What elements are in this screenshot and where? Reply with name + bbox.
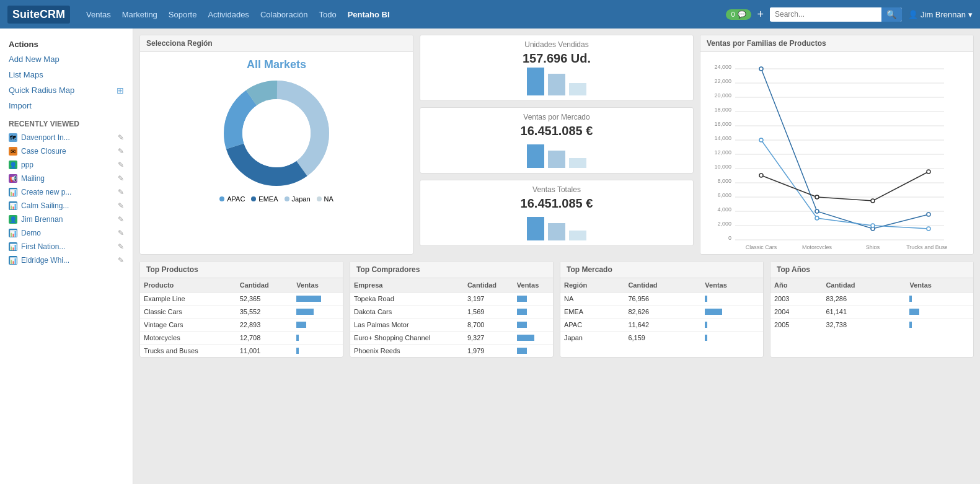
donut-legend: APAC EMEA Japan NA [219,195,333,203]
cell-cantidad: 35,552 [236,306,293,319]
user-menu[interactable]: 👤 Jim Brennan ▾ [908,10,973,19]
nav-soporte[interactable]: Soporte [169,10,197,19]
line-chart-body: 0 2,000 4,000 6,000 8,000 10,000 12,000 … [700,52,973,254]
edit-icon[interactable]: ✎ [118,133,124,142]
bar-visual [296,322,306,328]
cell-name: 2004 [770,306,822,319]
edit-icon[interactable]: ✎ [118,147,124,156]
svg-point-47 [927,170,930,174]
line-chart-header: Ventas por Familias de Productos [700,35,973,52]
bottom-tables: Top Productos Producto Cantidad Ventas E… [139,261,974,358]
nav-ventas[interactable]: Ventas [86,10,111,19]
col-cantidad: Cantidad [464,278,513,293]
recent-calm-sailing[interactable]: 📊 Calm Sailing... ✎ [0,199,133,213]
report-icon: 📊 [9,188,17,196]
legend-apac-dot [219,196,224,201]
svg-text:6,000: 6,000 [717,192,731,198]
search-button[interactable]: 🔍 [881,7,902,22]
top-anos-panel: Top Años Año Cantidad Ventas 200383,2862… [770,261,974,358]
notification-badge[interactable]: 0 💬 [726,9,751,20]
table-row: EMEA82,626 [560,306,763,319]
cell-bar [293,293,343,306]
svg-text:Classic Cars: Classic Cars [746,244,777,249]
col-cantidad: Cantidad [624,278,701,293]
cell-name: Motorcycles [140,332,236,345]
table-row: Example Line52,365 [140,293,343,306]
bar-visual [909,296,912,302]
top-anos-header: Top Años [770,262,973,278]
legend-emea-label: EMEA [258,195,278,203]
nav-actividades[interactable]: Actividades [208,10,249,19]
svg-text:24,000: 24,000 [714,64,731,70]
edit-icon[interactable]: ✎ [118,188,124,196]
svg-text:18,000: 18,000 [714,107,731,113]
nav-colaboracion[interactable]: Colaboración [260,10,308,19]
edit-icon[interactable]: ✎ [118,161,124,169]
table-row: Trucks and Buses11,001 [140,345,343,358]
recent-mailing[interactable]: 📢 Mailing ✎ [0,172,133,185]
top-mercado-table: Región Cantidad Ventas NA76,956EMEA82,62… [560,278,763,344]
legend-na: NA [317,195,333,203]
legend-apac: APAC [219,195,245,203]
cell-cantidad: 76,956 [624,293,701,306]
recent-case-closure[interactable]: ✉ Case Closure ✎ [0,144,133,158]
edit-icon[interactable]: ✎ [118,215,124,224]
cell-bar [513,306,553,319]
dashboard-grid: Selecciona Región All Markets [139,35,974,255]
bar-visual [705,296,707,302]
line-chart-svg: 0 2,000 4,000 6,000 8,000 10,000 12,000 … [705,57,947,249]
svg-text:22,000: 22,000 [714,78,731,84]
legend-emea: EMEA [251,195,278,203]
col-producto: Producto [140,278,236,293]
recent-label: Demo [21,229,114,237]
kpi-totales-label: Ventas Totales [426,185,687,194]
edit-icon[interactable]: ✎ [118,201,124,210]
legend-japan: Japan [285,195,311,203]
sidebar-quick-radius-map[interactable]: Quick Radius Map [0,82,108,98]
nav-todo[interactable]: Todo [319,10,336,19]
nav-marketing[interactable]: Marketing [122,10,157,19]
add-icon[interactable]: + [757,8,764,21]
bar-2 [548,223,565,240]
cell-name: Example Line [140,293,236,306]
recent-davenport[interactable]: 🗺 Davenport In... ✎ [0,131,133,144]
top-compradores-panel: Top Compradores Empresa Cantidad Ventas … [350,261,554,358]
recent-ppp[interactable]: 👤 ppp ✎ [0,158,133,172]
grid-icon[interactable]: ⊞ [108,83,133,98]
donut-chart [221,77,332,189]
cell-name: Phoenix Reeds [350,345,464,358]
table-row: 200461,141 [770,306,973,319]
bar-visual [296,348,299,354]
recent-create-new[interactable]: 📊 Create new p... ✎ [0,185,133,199]
campaign-icon: 📢 [9,174,17,183]
main-content: Selecciona Región All Markets [133,29,980,484]
recent-eldridge[interactable]: 📊 Eldridge Whi... ✎ [0,253,133,267]
edit-icon[interactable]: ✎ [118,174,124,183]
search-input[interactable] [770,7,881,21]
edit-icon[interactable]: ✎ [118,256,124,265]
kpi-mercado-bars [426,143,687,168]
cell-bar [513,345,553,358]
sidebar-import[interactable]: Import [0,98,133,113]
nav-pentaho[interactable]: Pentaho BI [348,10,390,19]
col-ventas: Ventas [513,278,553,293]
sidebar-add-new-map[interactable]: Add New Map [0,51,133,67]
col-ventas: Ventas [906,278,973,293]
kpi-unidades-value: 157.696 Ud. [426,51,687,66]
top-navigation: SuiteCRM Ventas Marketing Soporte Activi… [0,0,980,29]
edit-icon[interactable]: ✎ [118,242,124,251]
cell-bar [701,293,763,306]
recent-first-nation[interactable]: 📊 First Nation... ✎ [0,240,133,253]
sidebar-list-maps[interactable]: List Maps [0,67,133,82]
recent-jim-brennan[interactable]: 👤 Jim Brennan ✎ [0,213,133,226]
bar-visual [517,309,527,315]
recent-demo[interactable]: 📊 Demo ✎ [0,226,133,240]
table-row: Dakota Cars1,569 [350,306,553,319]
cell-cantidad: 11,642 [624,319,701,332]
legend-na-dot [317,196,322,201]
cell-cantidad: 12,708 [236,332,293,345]
edit-icon[interactable]: ✎ [118,229,124,237]
cell-cantidad: 9,327 [464,332,513,345]
cell-cantidad: 82,626 [624,306,701,319]
kpi-totales-value: 16.451.085 € [426,196,687,211]
